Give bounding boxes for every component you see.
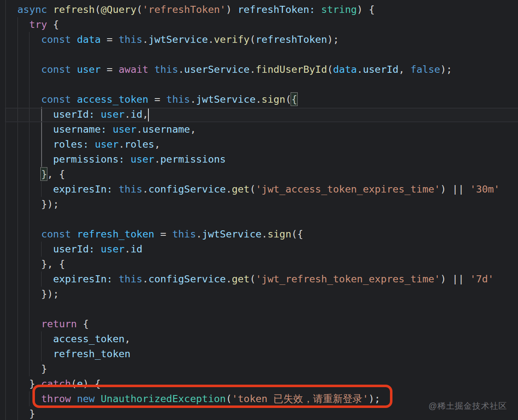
red-annotation-box (32, 385, 392, 408)
code-token (71, 64, 77, 75)
code-token: . (226, 183, 232, 195)
code-token: permissions: (53, 153, 125, 165)
code-token: expiresIn: (53, 273, 113, 285)
code-token: ( (327, 64, 333, 75)
code-token: findUserById (256, 64, 327, 75)
code-token: } (5, 363, 47, 375)
code-token: }, { (5, 258, 65, 270)
code-token: user (113, 124, 136, 135)
code-token: { (47, 19, 59, 30)
code-token: access_token (53, 333, 125, 345)
code-line: roles: user.roles, (5, 137, 160, 152)
code-token (5, 124, 53, 135)
code-token: refresh (53, 4, 95, 15)
code-token: @Query (101, 4, 136, 15)
code-token: id (131, 243, 143, 255)
code-token: this (118, 183, 142, 195)
code-token (5, 94, 41, 105)
code-token: await (118, 64, 148, 75)
code-token: const (41, 228, 71, 240)
code-token (5, 228, 41, 240)
code-token: '30m' (470, 183, 500, 195)
code-token: refreshToken: (238, 4, 315, 15)
code-token: = (154, 228, 172, 240)
code-token (5, 64, 41, 75)
code-line: const data = this.jwtService.verify(refr… (5, 32, 339, 47)
code-token: roles (125, 138, 155, 150)
code-token: try (29, 19, 47, 30)
code-token: refreshToken (256, 34, 327, 45)
code-token (71, 34, 77, 45)
code-line: userId: user.id (5, 242, 143, 257)
code-token: . (256, 94, 261, 105)
code-token: false (410, 64, 440, 75)
code-token: . (196, 228, 202, 240)
code-token: get (232, 273, 249, 285)
code-editor[interactable]: async refresh(@Query('refreshToken') ref… (0, 0, 518, 420)
code-token: ( (249, 273, 255, 285)
code-token: . (125, 243, 131, 255)
code-token: user (95, 138, 118, 150)
code-token: ); (440, 64, 452, 75)
code-token: configService (148, 273, 226, 285)
code-line: } (5, 406, 35, 420)
code-line: expiresIn: this.configService.get('jwt_a… (5, 182, 500, 197)
code-token: , (154, 138, 160, 150)
code-token (5, 4, 17, 15)
code-token (113, 183, 118, 195)
code-line: expiresIn: this.configService.get('jwt_r… (5, 272, 494, 287)
code-token: this (172, 228, 196, 240)
code-token: '7d' (470, 273, 494, 285)
code-token (89, 138, 95, 150)
bracket-match-box (40, 167, 47, 181)
code-token (47, 4, 53, 15)
code-token (5, 34, 41, 45)
code-line: permissions: user.permissions (5, 152, 226, 167)
code-token: ) { (357, 4, 375, 15)
code-line: const access_token = this.jwtService.sig… (5, 92, 297, 107)
code-token (5, 109, 53, 120)
code-token: const (41, 34, 71, 45)
code-token: 'refreshToken' (143, 4, 226, 15)
code-token: expiresIn: (53, 183, 113, 195)
code-token: user (131, 153, 154, 165)
code-token: } (5, 408, 35, 420)
code-token: user (101, 243, 124, 255)
code-line: userId: user.id, (5, 107, 148, 122)
code-line: }); (5, 197, 59, 212)
code-token: , (143, 109, 148, 120)
code-token (71, 228, 77, 240)
bracket-match-box (291, 92, 298, 106)
code-token: . (261, 228, 267, 240)
watermark: @稀土掘金技术社区 (429, 398, 507, 413)
code-token: = (148, 94, 166, 105)
code-token (5, 19, 29, 30)
code-token (5, 153, 53, 165)
code-token: . (178, 64, 184, 75)
code-token: . (357, 64, 363, 75)
code-token (5, 138, 53, 150)
code-token: ( (249, 183, 255, 195)
code-token (5, 243, 53, 255)
code-token: . (249, 64, 255, 75)
code-token: this (166, 94, 190, 105)
code-token: refresh_token (53, 348, 131, 360)
code-token: data (77, 34, 101, 45)
code-token: verify (214, 34, 249, 45)
code-token (5, 273, 53, 285)
code-token: this (118, 273, 142, 285)
code-token: ( (249, 34, 255, 45)
code-token: id (131, 109, 143, 120)
code-token: userId: (53, 109, 95, 120)
code-token: 'jwt_refresh_token_expres_time' (256, 273, 440, 285)
code-token: }); (5, 198, 59, 210)
code-token: user (101, 109, 124, 120)
code-line: username: user.username, (5, 122, 196, 137)
code-line: refresh_token (5, 346, 131, 361)
code-token (95, 109, 101, 120)
code-token: const (41, 94, 71, 105)
code-token: . (226, 273, 232, 285)
code-token: ) || (440, 183, 470, 195)
code-line: const user = await this.userService.find… (5, 62, 452, 77)
code-token: get (232, 183, 249, 195)
